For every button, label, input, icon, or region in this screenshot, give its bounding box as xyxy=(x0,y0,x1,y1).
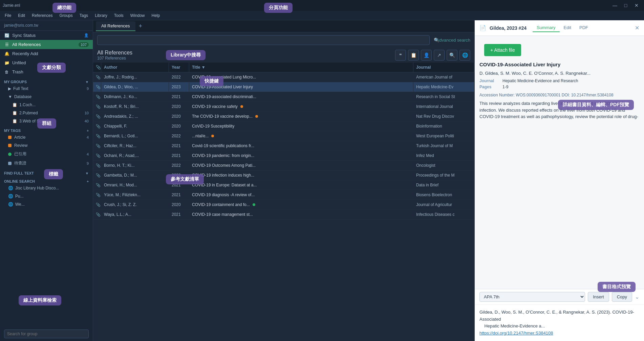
table-row[interactable]: 📎 Bernardi, L.; Gotl... 2022 ...ntal/e..… xyxy=(93,131,474,141)
row-year: 2021 xyxy=(169,180,189,190)
sidebar-item-tag-cited[interactable]: 已引用 4 xyxy=(0,150,93,159)
sidebar-item-all-references[interactable]: ☰ All References 107 xyxy=(0,40,93,49)
sidebar-item-wos[interactable]: 🌐 We... xyxy=(0,200,93,208)
sidebar-item-full-text[interactable]: ▶ Full Text 9 xyxy=(0,85,93,93)
table-row[interactable]: 📎 Gildea, D.; Woo, ... 2023 COVID-19-Ass… xyxy=(93,82,474,92)
table-row[interactable]: 📎 Omrani, H.; Mod... 2021 COVID-19 in Eu… xyxy=(93,180,474,190)
menu-library[interactable]: Library xyxy=(91,12,111,19)
row-year: 2021 xyxy=(169,141,189,151)
toolbar-link-icon[interactable]: ↗ xyxy=(434,50,445,61)
menu-tags[interactable]: Tags xyxy=(76,12,91,19)
row-author: Kostoff, R. N.; Bri... xyxy=(101,102,169,111)
table-row[interactable]: 📎 Crush, J.; Si, Z. Z. 2020 COVID-19 con… xyxy=(93,200,474,210)
menu-help[interactable]: Help xyxy=(148,12,164,19)
sidebar-item-pubmed[interactable]: 🌐 Pu... xyxy=(0,192,93,200)
citation-style-select[interactable]: APA 7th MLA Chicago Vancouver Harvard xyxy=(479,292,585,302)
sidebar-item-tag-article[interactable]: Article 4 xyxy=(0,133,93,141)
col-journal[interactable]: Journal xyxy=(413,63,474,72)
menu-references[interactable]: References xyxy=(28,12,56,19)
right-tab-edit[interactable]: Edit xyxy=(560,24,575,32)
col-title[interactable]: Title ▼ xyxy=(189,63,413,72)
all-references-badge: 107 xyxy=(79,42,89,47)
row-author: Ciftciler, R.; Haz... xyxy=(101,141,169,151)
row-author: Crush, J.; Si, Z. Z. xyxy=(101,200,169,209)
menu-window[interactable]: Window xyxy=(127,12,148,19)
menu-file[interactable]: File xyxy=(1,12,15,19)
my-groups-toggle[interactable]: ▼ xyxy=(85,80,89,84)
journal-value: Hepatic Medicine-Evidence and Research xyxy=(502,78,578,83)
citation-expand-button[interactable]: ⌄ xyxy=(635,294,639,300)
search-input[interactable] xyxy=(97,35,430,45)
row-year: 2022 xyxy=(169,72,189,82)
row-author: Waya, L.L.; A... xyxy=(101,210,169,219)
tab-bar: All References + xyxy=(93,20,474,32)
search-group-input[interactable] xyxy=(4,329,89,338)
sidebar-item-sync[interactable]: 🔄 Sync Status 👤 xyxy=(0,31,93,40)
sidebar-item-trash[interactable]: 🗑 Trash xyxy=(0,67,93,76)
toolbar-web-icon[interactable]: 🌐 xyxy=(459,50,470,61)
tag-article-color xyxy=(8,136,12,139)
sidebar-item-recently-added[interactable]: 🔔 Recently Add xyxy=(0,49,93,58)
row-journal: West European Politi xyxy=(413,131,474,141)
toolbar-copy-icon[interactable]: 📋 xyxy=(408,50,419,61)
col-year[interactable]: Year xyxy=(169,63,189,72)
menu-tools[interactable]: Tools xyxy=(111,12,127,19)
row-year: 2020 xyxy=(169,102,189,111)
table-row[interactable]: 📎 Dollmann, J.; Ko... 2021 COVID-19-asso… xyxy=(93,92,474,102)
table-header: 📎 Author Year Title ▼ Journal xyxy=(93,63,474,72)
window-controls: — □ ✕ xyxy=(610,2,641,9)
sidebar-item-unfiled[interactable]: 📁 Unfiled xyxy=(0,58,93,67)
table-row[interactable]: 📎 Chiappelli, F. 2020 CoViD-19 Susceptib… xyxy=(93,121,474,131)
table-row[interactable]: 📎 Ochani, R.; Asad,... 2021 COVID-19 pan… xyxy=(93,151,474,161)
tag-pending-label: 待查證 xyxy=(14,160,26,166)
my-tags-add[interactable]: + xyxy=(87,129,89,133)
row-year: 2023 xyxy=(169,82,189,92)
right-tab-summary[interactable]: Summary xyxy=(533,24,560,32)
toolbar-search-img-icon[interactable]: 🔍 xyxy=(447,50,457,61)
sidebar-item-tag-pending[interactable]: 待查證 9 xyxy=(0,159,93,168)
find-full-text-section[interactable]: FIND FULL TEXT ▼ xyxy=(0,169,93,176)
row-title: COVID-19-associated Lung Micro... xyxy=(189,72,413,82)
row-title: COVID-19 pandemic: from origin... xyxy=(189,151,413,160)
sidebar-item-database[interactable]: ▼ Database xyxy=(0,93,93,101)
tab-all-references[interactable]: All References xyxy=(96,21,135,31)
add-tab-button[interactable]: + xyxy=(136,23,145,30)
sidebar-item-db1[interactable]: 📋 1.Coch... xyxy=(0,101,93,109)
col-author[interactable]: Author xyxy=(101,63,169,72)
toolbar-add-author-icon[interactable]: 👤 xyxy=(421,50,432,61)
sidebar-item-jisc[interactable]: 🌐 Jisc Library Hub Disco... xyxy=(0,184,93,192)
table-row[interactable]: 📎 Waya, L.L.; A... 2021 COVID-19 case ma… xyxy=(93,210,474,220)
table-row[interactable]: 📎 Gambetta, D.; M... 2022 COVID-19 infec… xyxy=(93,170,474,180)
table-row[interactable]: 📎 Borno, H. T.; Ki... 2022 COVID-19 Outc… xyxy=(93,161,474,170)
sidebar-recently-added-label: Recently Add xyxy=(12,51,38,56)
refs-table: 📎 Author Year Title ▼ Journal 📎 Joffre, … xyxy=(93,63,474,341)
table-row[interactable]: 📎 Kostoff, R. N.; Bri... 2020 COVID-19 v… xyxy=(93,102,474,112)
insert-button[interactable]: Insert xyxy=(588,292,609,302)
sidebar-unfiled-label: Unfiled xyxy=(12,60,26,65)
attach-file-button[interactable]: + Attach file xyxy=(484,44,521,56)
citation-doi-link[interactable]: https://doi.org/10.2147/hmer.S384108 xyxy=(479,331,553,336)
right-ref-icon: 📄 xyxy=(479,25,486,31)
close-right-panel-button[interactable]: ✕ xyxy=(635,25,639,31)
sidebar-item-db2[interactable]: 📋 2.Pubmed 10 xyxy=(0,109,93,117)
online-search-add[interactable]: + xyxy=(87,180,89,183)
maximize-button[interactable]: □ xyxy=(621,2,630,9)
online-search-section[interactable]: ONLINE SEARCH + xyxy=(0,177,93,184)
minimize-button[interactable]: — xyxy=(610,2,620,9)
sidebar-item-db3[interactable]: 📋 3.Web of Science 40 xyxy=(0,117,93,125)
close-button[interactable]: ✕ xyxy=(632,2,641,9)
find-full-text-toggle[interactable]: ▼ xyxy=(85,172,89,175)
table-row[interactable]: 📎 Joffre, J.; Rodrig... 2022 COVID-19-as… xyxy=(93,72,474,82)
row-title: The COVID-19 vaccine develop... xyxy=(189,112,413,121)
sidebar-item-tag-review[interactable]: Review xyxy=(0,141,93,150)
table-row[interactable]: 📎 Yüce, M.; Filiztekn... 2021 COVID-19 d… xyxy=(93,190,474,200)
toolbar-quote-icon[interactable]: ❝ xyxy=(395,50,406,61)
table-row[interactable]: 📎 Andreadakis, Z.; ... 2020 The COVID-19… xyxy=(93,112,474,121)
menu-groups[interactable]: Groups xyxy=(56,12,76,19)
right-tab-pdf[interactable]: PDF xyxy=(575,24,592,32)
tag-review-label: Review xyxy=(14,143,27,148)
copy-button[interactable]: Copy xyxy=(612,292,632,302)
menu-edit[interactable]: Edit xyxy=(15,12,28,19)
advanced-search-link[interactable]: Advanced search xyxy=(436,38,470,43)
table-row[interactable]: 📎 Ciftciler, R.; Haz... 2021 Covid-19 sc… xyxy=(93,141,474,151)
